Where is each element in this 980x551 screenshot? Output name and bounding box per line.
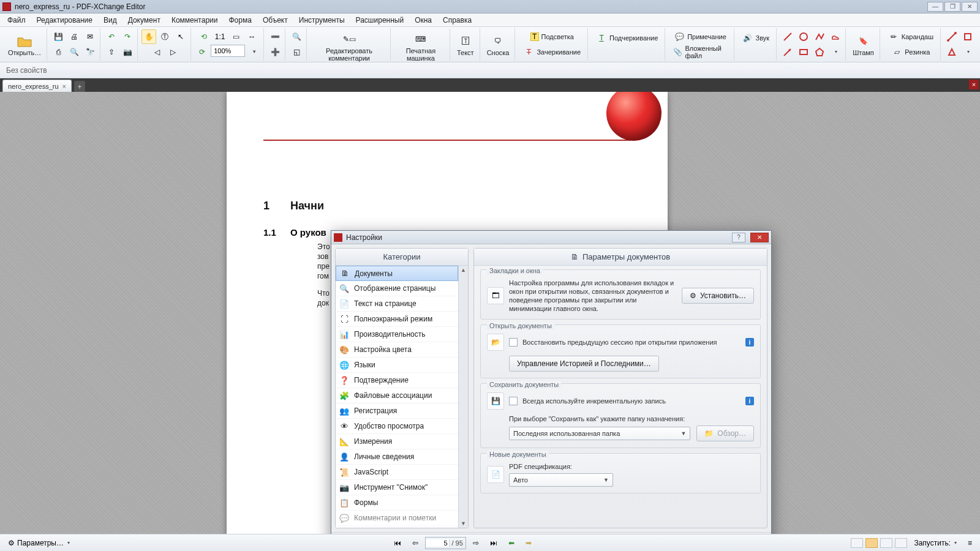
prev-page-button[interactable]: ⇦ <box>408 537 423 549</box>
category-accessibility[interactable]: 👁Удобство просмотра <box>336 419 458 434</box>
rotate-ccw-button[interactable]: ⟲ <box>197 29 211 44</box>
layout-facing-cont-button[interactable] <box>895 538 907 548</box>
menu-help[interactable]: Справка <box>438 15 477 26</box>
layout-single-button[interactable] <box>851 538 863 548</box>
dialog-help-button[interactable]: ? <box>732 233 745 242</box>
category-performance[interactable]: 📊Производительность <box>336 327 458 342</box>
tab-close-icon[interactable]: × <box>62 83 66 90</box>
page-input[interactable] <box>426 539 449 547</box>
next-tool-button[interactable]: ▷ <box>165 45 180 59</box>
menu-object[interactable]: Объект <box>258 15 293 26</box>
document-area[interactable]: 1Начни 1.1О руков Это зов пре гом Что до… <box>0 92 980 534</box>
category-snapshot[interactable]: 📷Инструмент "Снимок" <box>336 480 458 495</box>
stamp-button[interactable]: 🔖 Штамп <box>850 31 877 58</box>
nav-back-button[interactable]: ⬅ <box>504 537 519 549</box>
menu-form[interactable]: Форма <box>224 15 256 26</box>
hand-tool-button[interactable]: ✋ <box>141 29 156 44</box>
category-identity[interactable]: 👤Личные сведения <box>336 449 458 465</box>
menu-edit[interactable]: Редактирование <box>32 15 97 26</box>
select-text-button[interactable]: Ⓣ <box>157 29 172 44</box>
footnote-button[interactable]: 🗨 Сноска <box>484 31 513 58</box>
category-page-text[interactable]: 📄Текст на странице <box>336 296 458 312</box>
document-tab[interactable]: nero_express_ru × <box>2 80 72 92</box>
save-button[interactable]: 💾 <box>51 29 66 44</box>
open-button[interactable]: Открыть… <box>5 31 44 58</box>
measure-more-button[interactable]: ▾ <box>960 45 975 59</box>
menu-comments[interactable]: Комментарии <box>167 15 223 26</box>
category-confirm[interactable]: ❓Подтверждение <box>336 373 458 388</box>
pointer-button[interactable]: ↖ <box>173 29 188 44</box>
next-page-button[interactable]: ⇨ <box>469 537 483 549</box>
status-options-button[interactable]: ⚙ Параметры… ▾ <box>4 537 74 549</box>
shape-rect-button[interactable] <box>796 45 811 59</box>
category-languages[interactable]: 🌐Языки <box>336 358 458 373</box>
measure-perim-button[interactable] <box>960 29 975 44</box>
menu-document[interactable]: Документ <box>123 15 165 26</box>
first-page-button[interactable]: ⏮ <box>390 537 405 549</box>
menu-advanced[interactable]: Расширенный <box>351 15 409 26</box>
measure-area-button[interactable] <box>944 45 959 59</box>
mail-button[interactable]: ✉ <box>83 29 97 44</box>
menu-file[interactable]: Файл <box>2 15 31 26</box>
dialog-titlebar[interactable]: Настройки ? ✕ <box>331 231 771 244</box>
minimize-button[interactable]: — <box>927 2 943 12</box>
category-file-assoc[interactable]: 🧩Файловые ассоциации <box>336 388 458 403</box>
menu-windows[interactable]: Окна <box>410 15 437 26</box>
category-forms[interactable]: 📋Формы <box>336 495 458 511</box>
pan-zoom-button[interactable]: ◱ <box>289 45 304 59</box>
close-button[interactable]: ✕ <box>962 2 978 12</box>
browse-button[interactable]: 📁Обзор… <box>696 425 754 441</box>
category-documents[interactable]: 🗎Документы <box>336 266 458 281</box>
maximize-button[interactable]: ❐ <box>944 2 960 12</box>
zoom-input[interactable] <box>211 45 245 57</box>
zoom-in-button[interactable]: ➕ <box>268 45 282 59</box>
restore-session-checkbox[interactable] <box>509 338 518 347</box>
shape-circle-button[interactable] <box>796 29 811 44</box>
info-icon[interactable]: i <box>745 397 754 405</box>
menu-tools[interactable]: Инструменты <box>294 15 350 26</box>
status-menu-button[interactable]: ≡ <box>963 537 976 549</box>
shape-cloud-button[interactable] <box>828 29 843 44</box>
page-number-field[interactable]: / 95 <box>425 537 466 549</box>
scan-button[interactable]: ⎙ <box>51 45 66 59</box>
search-button[interactable]: 🔍 <box>67 45 81 59</box>
scroll-down-icon[interactable]: ▼ <box>461 520 466 527</box>
category-fullscreen[interactable]: ⛶Полноэкранный режим <box>336 312 458 327</box>
dialog-close-button[interactable]: ✕ <box>750 233 769 242</box>
scroll-up-icon[interactable]: ▲ <box>461 267 466 273</box>
nav-fwd-button[interactable]: ➡ <box>521 537 536 549</box>
shape-more-button[interactable]: ▾ <box>828 45 843 59</box>
zoom-dropdown[interactable]: ▼ <box>246 45 261 59</box>
rotate-cw-button[interactable]: ⟳ <box>195 45 209 59</box>
fit-page-button[interactable]: ▭ <box>228 29 243 44</box>
shape-polygon-button[interactable] <box>812 45 827 59</box>
layout-facing-button[interactable] <box>880 538 892 548</box>
layout-continuous-button[interactable] <box>865 538 878 548</box>
saveas-folder-combo[interactable]: Последняя использованная папка ▼ <box>509 427 690 440</box>
edit-comments-button[interactable]: ✎▭ Редактировать комментарии <box>311 29 388 64</box>
pdf-spec-combo[interactable]: Авто ▼ <box>509 473 613 487</box>
category-measurements[interactable]: 📐Измерения <box>336 434 458 449</box>
undo-button[interactable]: ↶ <box>104 29 119 44</box>
actual-size-button[interactable]: 1:1 <box>213 29 227 44</box>
attach-file-button[interactable]: 📎Вложенный файл <box>669 45 731 59</box>
menu-view[interactable]: Вид <box>99 15 122 26</box>
configure-tabs-button[interactable]: ⚙Установить… <box>682 288 754 304</box>
measure-dist-button[interactable] <box>944 29 959 44</box>
export-button[interactable]: ⇪ <box>104 45 119 59</box>
category-registration[interactable]: 👥Регистрация <box>336 403 458 419</box>
info-icon[interactable]: i <box>745 338 754 347</box>
typewriter-button[interactable]: ⌨ Печатная машинка <box>394 29 447 64</box>
pencil-button[interactable]: ✏Карандаш <box>884 30 938 43</box>
eraser-button[interactable]: ▱Резинка <box>887 45 934 59</box>
shape-line-button[interactable] <box>780 29 795 44</box>
print-button[interactable]: 🖨 <box>67 29 81 44</box>
category-javascript[interactable]: 📜JavaScript <box>336 465 458 480</box>
last-page-button[interactable]: ⏭ <box>486 537 502 549</box>
redo-button[interactable]: ↷ <box>120 29 135 44</box>
find-button[interactable]: 🔭 <box>83 45 97 59</box>
sound-button[interactable]: 🔊Звук <box>738 31 774 45</box>
underline-button[interactable]: TПодчеркивание <box>592 31 662 45</box>
zoom-out-button[interactable]: ➖ <box>268 29 282 44</box>
close-pane-button[interactable]: × <box>969 80 979 89</box>
